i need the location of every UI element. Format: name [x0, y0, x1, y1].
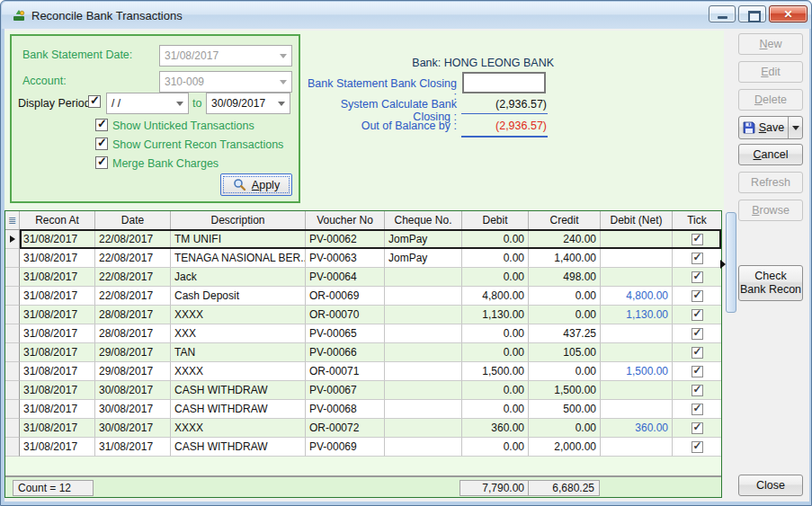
- cell-debit: 0.00: [462, 438, 529, 457]
- close-button[interactable]: Close: [738, 475, 803, 496]
- table-row[interactable]: 31/08/201730/08/2017XXXXOR-00072360.000.…: [5, 419, 721, 438]
- cell-recon-at: 31/08/2017: [20, 343, 95, 362]
- header-recon-at[interactable]: Recon At: [20, 211, 95, 229]
- cell-voucher: PV-00067: [306, 381, 385, 400]
- save-button-label: Save: [759, 121, 785, 134]
- cell-debit: 0.00: [462, 230, 529, 249]
- header-debit-net[interactable]: Debit (Net): [601, 211, 673, 229]
- table-row[interactable]: 31/08/201722/08/2017Cash DepositOR-00069…: [5, 287, 721, 306]
- cell-date: 22/08/2017: [95, 249, 171, 268]
- new-button[interactable]: New: [738, 33, 803, 55]
- edit-button[interactable]: Edit: [738, 61, 803, 83]
- header-tick[interactable]: Tick: [673, 211, 721, 229]
- delete-button-label: Delete: [754, 93, 787, 106]
- refresh-button[interactable]: Refresh: [738, 172, 803, 193]
- row-count-box: Count = 12: [13, 480, 94, 496]
- filter-option-checkbox[interactable]: [95, 156, 108, 169]
- tick-checkbox[interactable]: [692, 366, 703, 377]
- field-chooser-icon[interactable]: ≣: [5, 211, 20, 229]
- tick-checkbox[interactable]: [692, 234, 703, 245]
- tick-checkbox[interactable]: [692, 404, 703, 415]
- cell-date: 30/08/2017: [95, 419, 171, 438]
- save-dropdown-arrow[interactable]: [788, 117, 802, 138]
- delete-button[interactable]: Delete: [738, 89, 803, 111]
- check-bank-recon-button[interactable]: Check Bank Recon: [738, 265, 803, 301]
- cell-voucher: PV-00068: [306, 400, 385, 419]
- header-debit[interactable]: Debit: [462, 211, 529, 229]
- cell-cheque: [385, 419, 462, 438]
- tick-checkbox[interactable]: [692, 422, 703, 434]
- filter-option-checkbox[interactable]: [95, 138, 108, 150]
- window-title: Reconcile Bank Transactions: [31, 9, 183, 22]
- edit-button-label: Edit: [761, 66, 781, 78]
- close-window-button[interactable]: [769, 5, 808, 22]
- cell-voucher: PV-00064: [306, 268, 385, 287]
- cell-credit: 0.00: [529, 287, 601, 306]
- cell-tick: [673, 324, 721, 343]
- out-of-balance-value: (2,936.57): [461, 120, 547, 132]
- table-row[interactable]: 31/08/201730/08/2017CASH WITHDRAWPV-0006…: [5, 400, 721, 419]
- debit-total-box: 7,790.00: [460, 480, 530, 496]
- table-row[interactable]: 31/08/201728/08/2017XXXXOR-000701,130.00…: [5, 306, 721, 324]
- header-credit[interactable]: Credit: [529, 211, 601, 229]
- table-row[interactable]: 31/08/201729/08/2017TANPV-000660.00105.0…: [5, 343, 721, 362]
- cell-recon-at: 31/08/2017: [20, 419, 95, 438]
- refresh-button-label: Refresh: [751, 176, 790, 189]
- browse-button[interactable]: Browse: [738, 200, 803, 221]
- header-date[interactable]: Date: [95, 211, 171, 229]
- apply-button[interactable]: Apply: [220, 173, 292, 196]
- bank-statement-date-label: Bank Statement Date:: [22, 49, 132, 61]
- header-cheque-no[interactable]: Cheque No.: [385, 211, 462, 229]
- titlebar[interactable]: Reconcile Bank Transactions: [2, 2, 811, 29]
- tick-checkbox[interactable]: [692, 385, 703, 396]
- bank-reconcile-app-icon: [12, 8, 26, 22]
- maximize-button[interactable]: [738, 5, 766, 22]
- save-button[interactable]: Save: [738, 116, 803, 139]
- table-row[interactable]: 31/08/201722/08/2017JackPV-000640.00498.…: [5, 268, 721, 287]
- minimize-button[interactable]: [709, 5, 736, 22]
- check-bank-recon-label-line1: Check: [754, 270, 786, 283]
- table-row[interactable]: 31/08/201722/08/2017TM UNIFIPV-00062JomP…: [5, 230, 721, 249]
- table-row[interactable]: 31/08/201722/08/2017TENAGA NASIONAL BER.…: [5, 249, 721, 268]
- header-description[interactable]: Description: [171, 211, 306, 229]
- close-button-label: Close: [756, 479, 785, 492]
- cell-credit: 500.00: [529, 400, 601, 419]
- filter-option-checkbox[interactable]: [95, 119, 108, 131]
- cell-debit: 1,500.00: [462, 362, 529, 381]
- cell-recon-at: 31/08/2017: [20, 268, 95, 287]
- tick-checkbox[interactable]: [692, 290, 703, 302]
- tick-checkbox[interactable]: [692, 309, 703, 321]
- header-voucher-no[interactable]: Voucher No: [306, 211, 385, 229]
- chevron-down-icon: [792, 126, 799, 130]
- row-indicator-cell: [5, 249, 20, 268]
- check-bank-recon-label-line2: Bank Recon: [740, 283, 801, 297]
- account-value: 310-009: [165, 75, 204, 88]
- save-button-main[interactable]: Save: [739, 117, 788, 138]
- cancel-button[interactable]: Cancel: [738, 144, 803, 165]
- table-row[interactable]: 31/08/201730/08/2017CASH WITHDRAWPV-0006…: [5, 381, 721, 400]
- tick-checkbox[interactable]: [692, 441, 703, 453]
- tick-checkbox[interactable]: [692, 347, 703, 359]
- table-row[interactable]: 31/08/201728/08/2017XXXPV-000650.00437.2…: [5, 324, 721, 343]
- tick-checkbox[interactable]: [692, 328, 703, 340]
- cell-voucher: PV-00066: [306, 343, 385, 362]
- cell-tick: [673, 419, 721, 438]
- period-to-combo[interactable]: 30/09/2017: [206, 93, 290, 114]
- cell-voucher: PV-00063: [306, 249, 385, 268]
- table-row[interactable]: 31/08/201729/08/2017XXXXOR-000711,500.00…: [5, 362, 721, 381]
- bank-statement-closing-input[interactable]: [462, 72, 546, 93]
- grid-vertical-scrollbar[interactable]: [726, 212, 736, 313]
- cell-description: Cash Deposit: [171, 287, 306, 306]
- table-row[interactable]: 31/08/201731/08/2017CASH WITHDRAWPV-0006…: [5, 438, 721, 457]
- cell-debit-net: [601, 324, 673, 343]
- row-indicator-cell: [5, 362, 20, 381]
- splitter-expand-arrow-icon[interactable]: [720, 260, 726, 269]
- row-indicator-cell: [5, 381, 20, 400]
- tick-checkbox[interactable]: [692, 271, 703, 283]
- filter-option-label: Show Unticked Transactions: [112, 120, 254, 132]
- display-period-checkbox[interactable]: [88, 95, 101, 108]
- tick-checkbox[interactable]: [692, 253, 703, 264]
- period-from-combo[interactable]: / /: [106, 93, 189, 114]
- row-indicator-cell: [5, 230, 20, 249]
- cell-debit: 0.00: [462, 249, 529, 268]
